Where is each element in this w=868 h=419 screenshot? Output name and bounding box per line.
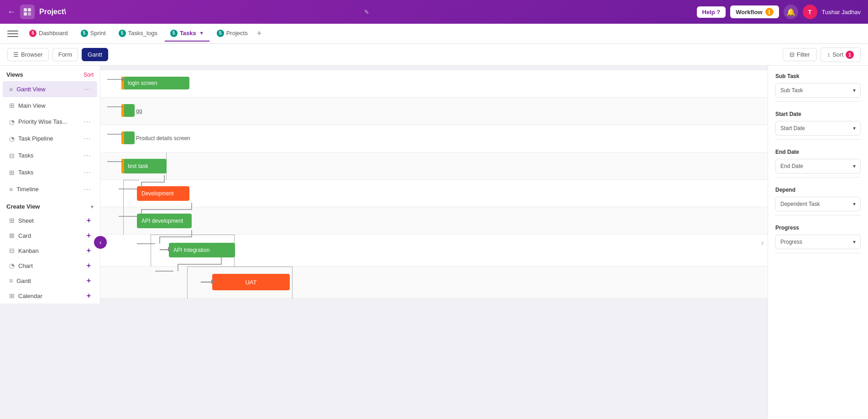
help-button[interactable]: Help ?: [697, 6, 726, 18]
form-button[interactable]: Form: [52, 48, 78, 61]
sidebar-item-tasks-bar[interactable]: ⊟ Tasks ⋯: [3, 147, 97, 163]
kanban-add-button[interactable]: +: [87, 246, 91, 255]
right-panel: Sub Task Sub Task ▾ Start Date Start Dat…: [768, 66, 868, 419]
sub-task-select[interactable]: Sub Task ▾: [775, 83, 861, 98]
gantt-row-product-details[interactable]: Product details screen: [100, 125, 768, 152]
tab-dashboard[interactable]: 5 Dashboard: [24, 26, 73, 42]
gantt-row-development[interactable]: Development: [100, 180, 768, 207]
gantt-row-test-task[interactable]: test task: [100, 152, 768, 180]
gantt-visualization[interactable]: login screen gg Product details screen: [100, 66, 768, 419]
workflow-button[interactable]: Workflow 1: [730, 5, 779, 18]
gantt-bar-api-integration-label: API Integration: [173, 247, 209, 253]
gantt-row-api-development[interactable]: API development: [100, 207, 768, 235]
tab-label-sprint: Sprint: [90, 30, 106, 37]
gantt-bar-product-details[interactable]: [123, 131, 135, 144]
priority-icon: ◔: [9, 118, 15, 126]
task-pipeline-icon: ◔: [9, 135, 15, 142]
tasks-card-more[interactable]: ⋯: [84, 168, 91, 177]
create-view-title: Create View: [6, 203, 40, 210]
sort-count: 1: [846, 51, 854, 59]
end-date-value: End Date: [780, 163, 803, 169]
browser-button[interactable]: ☰ Browser: [7, 48, 49, 61]
views-sort-link[interactable]: Sort: [84, 72, 94, 78]
sub-task-value: Sub Task: [780, 87, 803, 94]
views-title: Views: [6, 71, 23, 78]
create-item-gantt[interactable]: ≡ Gantt +: [3, 273, 97, 288]
create-view-items: ⊞ Sheet + ⊠ Card + ⊟ Kanban + ◔ Chart: [0, 213, 100, 304]
gantt-button[interactable]: Gantt: [82, 48, 108, 61]
tab-label-dashboard: Dashboard: [39, 30, 68, 37]
main-view-icon: ⊞: [9, 102, 15, 109]
depend-select[interactable]: Dependent Task ▾: [775, 197, 861, 211]
tab-tasks-logs[interactable]: 5 Tasks_logs: [113, 26, 163, 42]
user-avatar: T: [803, 5, 817, 19]
gantt-view-label: Gantt View: [16, 86, 80, 93]
priority-more[interactable]: ⋯: [84, 117, 91, 126]
priority-label: Priority Wise Tas...: [18, 118, 80, 125]
bell-icon[interactable]: 🔔: [784, 5, 798, 19]
calendar-add-button[interactable]: +: [87, 292, 91, 300]
project-title: Project\: [39, 8, 358, 16]
tab-badge-projects: 5: [217, 30, 224, 37]
chart-add-button[interactable]: +: [87, 262, 91, 270]
start-date-select[interactable]: Start Date ▾: [775, 121, 861, 136]
hamburger-menu[interactable]: [7, 28, 18, 39]
tab-projects[interactable]: 5 Projects: [211, 26, 253, 42]
gantt-add-button[interactable]: +: [87, 277, 91, 285]
sidebar-collapse-button[interactable]: ‹: [94, 236, 107, 249]
tab-sprint[interactable]: 5 Sprint: [75, 26, 111, 42]
top-header: ← Project\ ✎ Help ? Workflow 1 🔔 T Tusha…: [0, 0, 868, 24]
task-pipeline-more[interactable]: ⋯: [84, 134, 91, 143]
calendar-label: Calendar: [18, 293, 83, 299]
sheet-add-button[interactable]: +: [87, 216, 91, 225]
sidebar-item-gantt-view[interactable]: ≡ Gantt View ⋯: [3, 81, 97, 97]
gantt-bar-gg[interactable]: [123, 104, 135, 117]
gantt-bar-login-screen[interactable]: login screen: [123, 77, 189, 89]
sidebar-item-priority[interactable]: ◔ Priority Wise Tas... ⋯: [3, 114, 97, 130]
progress-chevron: ▾: [853, 239, 856, 245]
gantt-bar-login-screen-label: login screen: [128, 80, 157, 86]
end-date-select[interactable]: End Date ▾: [775, 159, 861, 173]
gantt-bar-uat[interactable]: UAT: [212, 274, 290, 290]
gantt-row-gg[interactable]: gg: [100, 98, 768, 125]
filter-button[interactable]: ⊟ Filter: [783, 48, 817, 61]
card-add-button[interactable]: +: [87, 231, 91, 240]
tasks-bar-more[interactable]: ⋯: [84, 151, 91, 160]
timeline-more[interactable]: ⋯: [84, 185, 91, 194]
gantt-bar-uat-label: UAT: [245, 279, 256, 286]
main-content: Views Sort ≡ Gantt View ⋯ ⊞ Main View ◔ …: [0, 66, 868, 419]
gantt-bar-test-task[interactable]: test task: [123, 159, 167, 173]
gantt-row-api-integration[interactable]: API Integration: [100, 235, 768, 267]
gantt-row-login-screen[interactable]: login screen: [100, 70, 768, 98]
sidebar-item-tasks-card[interactable]: ⊞ Tasks ⋯: [3, 164, 97, 180]
gantt-view-icon: ≡: [9, 86, 13, 93]
sidebar-item-timeline[interactable]: ≡ Timeline ⋯: [3, 181, 97, 197]
sort-button[interactable]: ↕ Sort 1: [821, 47, 861, 62]
sidebar-item-main-view[interactable]: ⊞ Main View: [3, 98, 97, 113]
create-item-sheet[interactable]: ⊞ Sheet +: [3, 213, 97, 228]
progress-select[interactable]: Progress ▾: [775, 235, 861, 249]
create-view-header[interactable]: Create View ▾: [0, 198, 100, 213]
gantt-row-uat[interactable]: UAT: [100, 267, 768, 299]
back-button[interactable]: ←: [7, 7, 16, 17]
end-date-field: End Date End Date ▾: [775, 149, 861, 178]
depend-chevron: ▾: [853, 201, 856, 207]
sub-task-label: Sub Task: [775, 73, 861, 79]
sheet-label: Sheet: [18, 217, 83, 224]
create-item-calendar[interactable]: ⊞ Calendar +: [3, 288, 97, 303]
progress-field: Progress Progress ▾: [775, 225, 861, 253]
svg-rect-1: [28, 8, 31, 11]
create-item-card[interactable]: ⊠ Card +: [3, 228, 97, 243]
gantt-bar-api-development[interactable]: API development: [137, 214, 192, 228]
create-item-kanban[interactable]: ⊟ Kanban +: [3, 243, 97, 258]
sidebar-item-task-pipeline[interactable]: ◔ Task Pipeline ⋯: [3, 131, 97, 147]
gantt-bar-api-integration[interactable]: API Integration: [169, 243, 235, 257]
create-item-chart[interactable]: ◔ Chart +: [3, 258, 97, 273]
add-tab-button[interactable]: +: [257, 29, 262, 38]
depend-value: Dependent Task: [780, 201, 820, 207]
edit-icon[interactable]: ✎: [364, 9, 369, 16]
tab-tasks[interactable]: 5 Tasks ▼: [165, 26, 209, 42]
tasks-card-icon: ⊞: [9, 169, 15, 176]
gantt-bar-development[interactable]: Development: [137, 186, 189, 201]
gantt-view-more[interactable]: ⋯: [84, 85, 91, 94]
